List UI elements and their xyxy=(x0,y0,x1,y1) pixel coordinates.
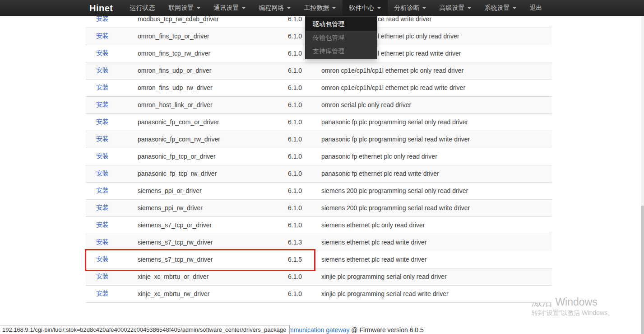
table-row: 安装omron_fins_udp_rw_driver6.1.0omron cp1… xyxy=(86,79,552,96)
brand-logo[interactable]: Hinet xyxy=(89,3,113,14)
nav-item-label: 通讯设置 xyxy=(214,4,239,12)
install-link[interactable]: 安装 xyxy=(96,204,109,211)
driver-version: 6.1.0 xyxy=(288,199,321,216)
driver-description: panasonic fp plc programming serial only… xyxy=(321,113,552,131)
driver-description: omron serial plc only read driver xyxy=(321,96,552,113)
install-cell: 安装 xyxy=(86,234,138,251)
driver-name: panasonic_fp_tcp_rw_driver xyxy=(138,165,288,182)
driver-version: 6.1.5 xyxy=(288,251,321,268)
driver-description: xinjie plc programming serial only read … xyxy=(321,268,552,285)
install-cell: 安装 xyxy=(86,131,138,148)
install-cell: 安装 xyxy=(86,96,138,113)
install-link[interactable]: 安装 xyxy=(96,255,109,263)
nav-item-label: 分析诊断 xyxy=(394,4,420,12)
status-url-bubble: 192.168.9.1/cgi-bin/luci/;stok=b2d8c420a… xyxy=(0,325,290,334)
driver-name: siemens_s7_tcp_rw_driver xyxy=(138,234,288,251)
driver-description: siemens ethernet plc read write driver xyxy=(321,251,552,268)
install-link[interactable]: 安装 xyxy=(96,273,109,280)
install-cell: 安装 xyxy=(86,251,138,268)
driver-name: omron_host_link_or_driver xyxy=(138,96,288,113)
chevron-down-icon xyxy=(468,7,471,9)
nav-item-label: 编程网络 xyxy=(259,4,284,12)
install-link[interactable]: 安装 xyxy=(96,49,109,56)
chevron-down-icon xyxy=(197,7,200,9)
driver-description: siemens ethernet plc read write driver xyxy=(321,234,552,251)
driver-name: panasonic_fp_tcp_or_driver xyxy=(138,148,288,165)
nav-item-通讯设置[interactable]: 通讯设置 xyxy=(207,0,252,16)
nav-item-label: 系统设置 xyxy=(485,4,510,12)
driver-version: 6.1.0 xyxy=(288,285,321,302)
driver-version: 6.1.0 xyxy=(288,165,321,182)
dropdown-item-传输包管理[interactable]: 传输包管理 xyxy=(306,31,377,44)
nav-item-分析诊断[interactable]: 分析诊断 xyxy=(388,0,433,16)
scrollbar-track xyxy=(641,16,644,334)
chevron-down-icon xyxy=(513,7,516,9)
driver-name: siemens_ppi_rw_driver xyxy=(138,199,288,216)
nav-item-运行状态[interactable]: 运行状态 xyxy=(123,0,162,16)
install-cell: 安装 xyxy=(86,216,138,234)
table-row: 安装siemens_s7_tcp_rw_driver6.1.5siemens e… xyxy=(86,251,552,268)
install-link[interactable]: 安装 xyxy=(96,187,109,194)
nav-item-label: 联网设置 xyxy=(169,4,194,12)
table-row: 安装xinje_xc_mbrtu_rw_driver6.1.0xinjie pl… xyxy=(86,285,552,302)
install-link[interactable]: 安装 xyxy=(96,152,109,160)
nav-item-编程网络[interactable]: 编程网络 xyxy=(252,0,297,16)
install-link[interactable]: 安装 xyxy=(96,221,109,228)
driver-description: panasonic fp ethernet plc only read driv… xyxy=(321,148,552,165)
nav-item-label: 软件中心 xyxy=(349,4,375,12)
driver-description: panasonic fp plc programming serial read… xyxy=(321,131,552,148)
driver-name: xinje_xc_mbrtu_or_driver xyxy=(138,268,288,285)
driver-version: 6.1.0 xyxy=(288,268,321,285)
nav-item-工控数据[interactable]: 工控数据 xyxy=(297,0,343,16)
footer: mmunication gateway @ Firmware version 6… xyxy=(288,326,424,334)
table-row: 安装siemens_ppi_or_driver6.1.0siemens 200 … xyxy=(86,182,552,199)
install-link[interactable]: 安装 xyxy=(96,290,109,297)
nav-item-label: 退出 xyxy=(530,4,542,12)
install-link[interactable]: 安装 xyxy=(96,66,109,74)
nav-item-系统设置[interactable]: 系统设置 xyxy=(478,0,523,16)
nav-item-退出[interactable]: 退出 xyxy=(523,0,549,16)
driver-description: xinjie plc programming serial read write… xyxy=(321,285,552,302)
table-row: 安装siemens_s7_tcp_rw_driver6.1.3siemens e… xyxy=(86,234,552,251)
driver-version: 6.1.0 xyxy=(288,131,321,148)
table-row: 安装panasonic_fp_com_or_driver6.1.0panason… xyxy=(86,113,552,131)
driver-version: 6.1.0 xyxy=(288,148,321,165)
install-link[interactable]: 安装 xyxy=(96,169,109,177)
scrollbar-thumb[interactable] xyxy=(641,206,644,334)
watermark-subtitle: 转到“设置”以激活 Windows。 xyxy=(532,308,614,317)
install-link[interactable]: 安装 xyxy=(96,32,109,39)
driver-version: 6.1.0 xyxy=(288,216,321,234)
top-navbar: Hinet 运行状态联网设置通讯设置编程网络工控数据软件中心分析诊断高级设置系统… xyxy=(0,0,644,16)
dropdown-item-支持库管理[interactable]: 支持库管理 xyxy=(306,44,377,58)
install-cell: 安装 xyxy=(86,148,138,165)
install-link[interactable]: 安装 xyxy=(96,118,109,125)
install-link[interactable]: 安装 xyxy=(96,135,109,142)
driver-description: panasonic fp ethernet plc read write dri… xyxy=(321,165,552,182)
nav-item-联网设置[interactable]: 联网设置 xyxy=(162,0,207,16)
install-link[interactable]: 安装 xyxy=(96,101,109,108)
driver-description: siemens 200 plc programming serial read … xyxy=(321,199,552,216)
table-row: 安装panasonic_fp_tcp_rw_driver6.1.0panason… xyxy=(86,165,552,182)
driver-description: siemens ethernet plc only read driver xyxy=(321,216,552,234)
driver-name: omron_fins_tcp_or_driver xyxy=(138,28,288,45)
table-row: 安装panasonic_fp_com_rw_driver6.1.0panason… xyxy=(86,131,552,148)
nav-item-软件中心[interactable]: 软件中心 xyxy=(343,0,388,16)
chevron-down-icon xyxy=(377,7,381,9)
install-cell: 安装 xyxy=(86,182,138,199)
table-row: 安装panasonic_fp_tcp_or_driver6.1.0panason… xyxy=(86,148,552,165)
driver-description: omron cp1e/cp1h/cp1l ethernet plc only r… xyxy=(321,62,552,79)
chevron-down-icon xyxy=(332,7,336,9)
nav-item-高级设置[interactable]: 高级设置 xyxy=(433,0,478,16)
table-row: 安装omron_fins_udp_or_driver6.1.0omron cp1… xyxy=(86,62,552,79)
driver-name: omron_fins_udp_rw_driver xyxy=(138,79,288,96)
driver-description: siemens 200 plc programming serial only … xyxy=(321,182,552,199)
dropdown-item-驱动包管理[interactable]: 驱动包管理 xyxy=(306,17,377,31)
driver-version: 6.1.0 xyxy=(288,96,321,113)
install-link[interactable]: 安装 xyxy=(96,238,109,245)
table-row: 安装siemens_ppi_rw_driver6.1.0siemens 200 … xyxy=(86,199,552,216)
driver-name: siemens_ppi_or_driver xyxy=(138,182,288,199)
driver-version: 6.1.0 xyxy=(288,113,321,131)
install-link[interactable]: 安装 xyxy=(96,84,109,91)
footer-gateway-link[interactable]: mmunication gateway xyxy=(288,326,349,334)
driver-name: siemens_s7_tcp_or_driver xyxy=(138,216,288,234)
